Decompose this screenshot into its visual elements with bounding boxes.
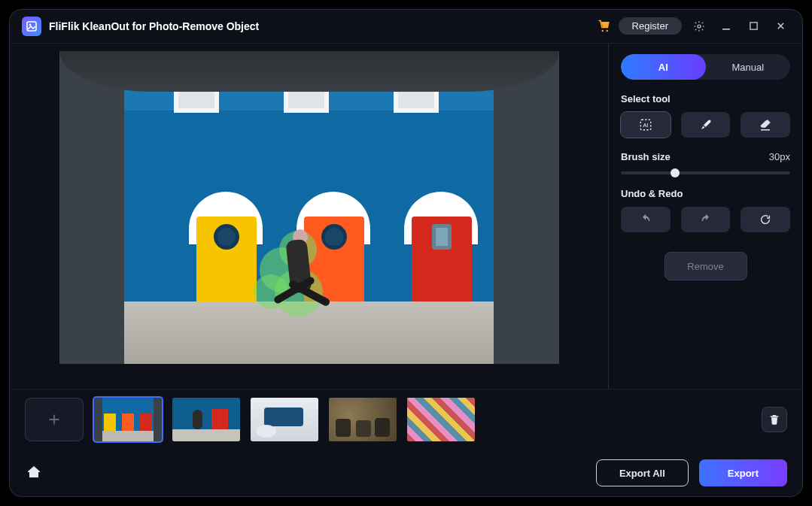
thumbnail[interactable] <box>329 398 397 441</box>
reset-button[interactable] <box>741 207 790 232</box>
sidebar: AI Manual Select tool AI <box>608 44 802 389</box>
brush-tool-button[interactable] <box>681 112 731 138</box>
export-all-button[interactable]: Export All <box>596 459 689 486</box>
trash-icon <box>768 414 780 426</box>
thumbnail[interactable] <box>251 398 318 441</box>
add-image-button[interactable] <box>25 398 84 441</box>
thumbnail-strip <box>10 389 802 450</box>
svg-rect-6 <box>750 23 756 29</box>
undo-button[interactable] <box>621 207 671 232</box>
titlebar: FliFlik KleanOut for Photo-Remove Object… <box>10 10 802 43</box>
brush-size-value: 30px <box>769 151 790 162</box>
undo-icon <box>640 214 652 226</box>
refresh-icon <box>759 214 771 226</box>
thumbnail[interactable] <box>172 398 240 441</box>
thumbnail[interactable] <box>94 398 162 441</box>
brush-size-slider[interactable] <box>621 171 790 174</box>
redo-icon <box>700 214 712 226</box>
remove-button[interactable]: Remove <box>665 252 747 280</box>
plus-icon <box>46 411 62 428</box>
redo-button[interactable] <box>681 207 731 232</box>
svg-point-4 <box>698 25 701 28</box>
footer-bar: Export All Export <box>10 450 802 496</box>
mode-ai-button[interactable]: AI <box>621 54 706 80</box>
main-area: AI Manual Select tool AI <box>10 43 802 389</box>
eraser-icon <box>759 118 772 132</box>
app-logo-icon <box>22 17 41 36</box>
app-title: FliFlik KleanOut for Photo-Remove Object <box>49 20 259 32</box>
mode-manual-button[interactable]: Manual <box>706 54 791 80</box>
undo-redo-label: Undo & Redo <box>621 188 790 199</box>
delete-image-button[interactable] <box>762 407 787 432</box>
ai-select-tool-button[interactable]: AI <box>621 112 671 138</box>
mode-toggle: AI Manual <box>621 54 790 80</box>
image-canvas[interactable] <box>59 51 559 364</box>
svg-rect-5 <box>722 29 730 30</box>
export-button[interactable]: Export <box>699 459 787 486</box>
register-button[interactable]: Register <box>619 17 682 35</box>
eraser-tool-button[interactable] <box>741 112 790 138</box>
select-tool-label: Select tool <box>621 93 790 105</box>
svg-text:AI: AI <box>643 122 648 129</box>
minimize-icon[interactable] <box>716 17 736 36</box>
close-icon[interactable] <box>771 17 790 36</box>
maximize-icon[interactable] <box>744 17 763 36</box>
cart-icon[interactable] <box>598 20 611 33</box>
canvas-area <box>10 44 608 389</box>
svg-point-2 <box>601 29 603 31</box>
home-button[interactable] <box>25 462 46 483</box>
selected-object <box>264 232 347 345</box>
app-window: FliFlik KleanOut for Photo-Remove Object… <box>9 9 803 497</box>
settings-icon[interactable] <box>689 17 709 36</box>
brush-icon <box>699 118 713 132</box>
svg-point-3 <box>606 29 607 31</box>
home-icon <box>25 462 43 480</box>
thumbnail[interactable] <box>407 398 475 441</box>
brush-size-label: Brush size <box>621 151 671 162</box>
ai-selection-icon: AI <box>639 118 652 132</box>
